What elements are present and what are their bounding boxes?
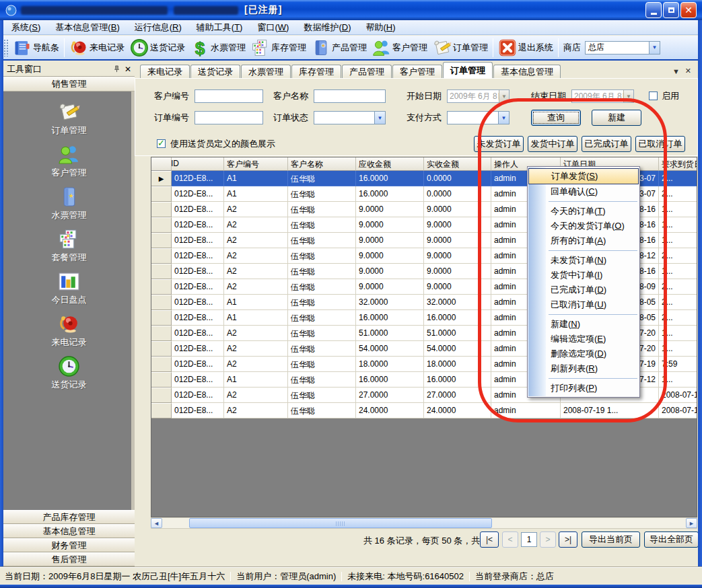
row-selector-cell[interactable]	[151, 233, 172, 248]
tab-close-icon[interactable]: ✕	[685, 67, 691, 75]
row-selector-cell[interactable]	[151, 217, 172, 233]
chevron-down-icon[interactable]: ▼	[649, 42, 660, 54]
row-selector-cell[interactable]	[151, 372, 172, 388]
tab-1[interactable]: 来电记录	[140, 65, 190, 78]
status-filter-button[interactable]: 已完成订单	[582, 136, 631, 152]
context-menu-item[interactable]: 订单发货(S)	[528, 168, 639, 184]
row-selector-cell[interactable]: ▶	[151, 171, 172, 186]
sidebar-section-bar[interactable]: 基本信息管理	[3, 524, 135, 538]
sidebar-section-sales[interactable]: 销售管理	[3, 77, 135, 91]
status-filter-button[interactable]: 已取消订单	[635, 136, 685, 152]
sidebar-section-bar[interactable]: 售后管理	[3, 552, 135, 566]
row-selector-cell[interactable]	[151, 310, 172, 326]
menubar-item[interactable]: 基本信息管理(B)	[48, 20, 127, 35]
close-button[interactable]: ✕	[680, 2, 697, 18]
context-menu-item[interactable]: 今天的订单(T)	[528, 204, 639, 219]
column-header[interactable]: 实收金额	[424, 157, 491, 171]
toolbar-button-bell[interactable]: 来电记录	[67, 37, 127, 59]
row-selector-cell[interactable]	[151, 326, 172, 341]
toolbar-button-grid[interactable]: 库存管理	[248, 37, 309, 59]
shop-select[interactable]: 总店 ▼	[585, 41, 660, 54]
scrollbar-thumb[interactable]	[189, 518, 492, 528]
query-button[interactable]: 查询	[531, 110, 581, 126]
sidebar-section-bar[interactable]: 产品库存管理	[3, 510, 135, 524]
minimize-button[interactable]	[645, 2, 662, 18]
courier-color-checkbox[interactable]	[157, 139, 166, 148]
row-selector-cell[interactable]	[151, 341, 172, 357]
enable-date-checkbox[interactable]	[649, 91, 658, 100]
context-menu-item[interactable]: 打印列表(P)	[528, 381, 639, 396]
tab-2[interactable]: 送货记录	[190, 65, 240, 78]
column-header[interactable]: ID	[172, 157, 224, 171]
sidebar-item-grid[interactable]: 套餐管理	[3, 228, 135, 270]
menubar-item[interactable]: 辅助工具(T)	[189, 20, 250, 35]
menubar-item[interactable]: 窗口(W)	[250, 20, 296, 35]
tab-7[interactable]: 订单管理	[443, 62, 493, 78]
context-menu-item[interactable]: 编辑选定项(E)	[528, 332, 639, 346]
row-selector-cell[interactable]	[151, 248, 172, 264]
row-selector-cell[interactable]	[151, 279, 172, 295]
customer-no-input[interactable]	[195, 89, 263, 103]
toolbar-button-navbar[interactable]: 导航条	[10, 37, 62, 59]
tab-6[interactable]: 客户管理	[392, 65, 442, 78]
column-header[interactable]: 客户编号	[224, 157, 288, 171]
column-header[interactable]: 客户名称	[288, 157, 356, 171]
toolbar-button-clock[interactable]: 送货记录	[127, 37, 188, 59]
row-selector-cell[interactable]	[151, 264, 172, 279]
new-button[interactable]: 新建	[592, 110, 641, 126]
toolbar-button-dollar[interactable]: $水票管理	[188, 37, 248, 59]
toolbar-button-exit[interactable]: 退出系统	[495, 37, 556, 59]
menubar-item[interactable]: 运行信息(R)	[127, 20, 189, 35]
context-menu-item[interactable]: 新建(N)	[528, 317, 639, 332]
scroll-left-icon[interactable]: ◄	[151, 518, 162, 528]
order-no-input[interactable]	[195, 111, 263, 124]
row-selector-cell[interactable]	[151, 357, 172, 372]
row-selector-cell[interactable]	[151, 403, 172, 418]
status-filter-button[interactable]: 发货中订单	[528, 136, 577, 152]
context-menu-item[interactable]: 今天的发货订单(O)	[528, 219, 639, 233]
tab-4[interactable]: 库存管理	[291, 65, 341, 78]
toolbar-button-scroll[interactable]: 订单管理	[430, 37, 491, 59]
sidebar-item-scroll[interactable]: 订单管理	[3, 101, 135, 143]
context-menu-item[interactable]: 已完成订单(D)	[528, 283, 639, 297]
context-menu-item[interactable]: 已取消订单(U)	[528, 297, 639, 312]
tab-3[interactable]: 水票管理	[241, 65, 291, 78]
toolbar-grip[interactable]	[3, 39, 8, 57]
prev-page-button[interactable]: <	[502, 531, 518, 548]
chevron-down-icon[interactable]: ▼	[374, 112, 385, 124]
context-menu-item[interactable]: 回单确认(C)	[528, 184, 639, 199]
maximize-button[interactable]	[663, 2, 679, 18]
chevron-down-icon[interactable]: ▼	[498, 112, 509, 124]
row-selector-cell[interactable]	[151, 388, 172, 403]
sidebar-item-people[interactable]: 客户管理	[3, 143, 135, 186]
export-current-page-button[interactable]: 导出当前页	[582, 531, 640, 548]
toolbar-button-people[interactable]: 客户管理	[370, 37, 430, 59]
order-status-select[interactable]: ▼	[314, 111, 386, 124]
tab-list-dropdown-icon[interactable]: ▼	[672, 67, 680, 75]
row-selector-cell[interactable]	[151, 295, 172, 310]
table-row[interactable]: 012D-E8...A2伍华聪24.000024.0000admin2008-0…	[151, 403, 697, 418]
sidebar-item-chart[interactable]: 今日盘点	[3, 270, 135, 313]
customer-name-input[interactable]	[314, 89, 386, 103]
page-number-input[interactable]: 1	[521, 532, 537, 547]
menubar-item[interactable]: 系统(S)	[4, 20, 48, 35]
context-menu-item[interactable]: 刷新列表(R)	[528, 361, 639, 376]
pin-icon[interactable]	[113, 65, 120, 75]
sidebar-item-card[interactable]: ★水票管理	[3, 186, 135, 228]
sidebar-item-bell[interactable]: 来电记录	[3, 313, 135, 355]
sidebar-section-bar[interactable]: 财务管理	[3, 538, 135, 552]
tab-8[interactable]: 基本信息管理	[493, 65, 561, 78]
tab-5[interactable]: 产品管理	[342, 65, 392, 78]
sidebar-item-clock[interactable]: 送货记录	[3, 355, 135, 398]
first-page-button[interactable]: |<	[480, 531, 499, 548]
toolbar-button-book[interactable]: ★产品管理	[309, 37, 370, 59]
row-selector-cell[interactable]	[151, 186, 172, 202]
horizontal-scrollbar[interactable]: ◄ ►	[151, 517, 697, 529]
menubar-item[interactable]: 帮助(H)	[358, 20, 402, 35]
scroll-right-icon[interactable]: ►	[686, 518, 697, 528]
menubar-item[interactable]: 数据维护(D)	[296, 20, 358, 35]
column-header[interactable]: 要求到货日期	[659, 157, 697, 171]
sidebar-scrollbar[interactable]	[131, 91, 135, 510]
context-menu-item[interactable]: 发货中订单(I)	[528, 268, 639, 283]
pay-method-select[interactable]: ▼	[447, 111, 510, 124]
